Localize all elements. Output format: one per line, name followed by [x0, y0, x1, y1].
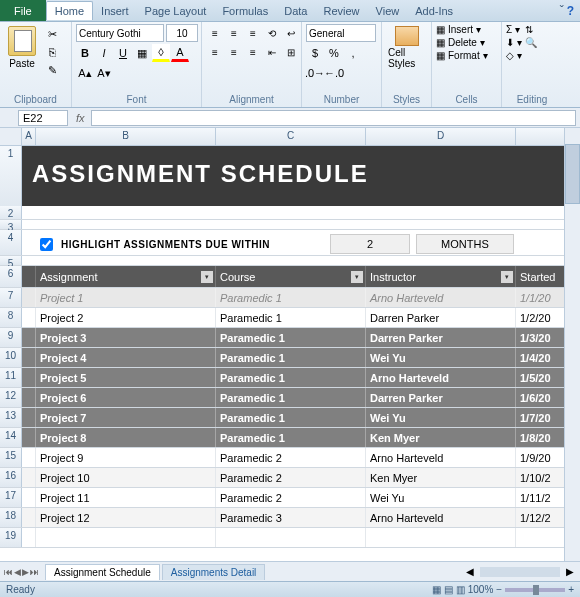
cell-assignment[interactable]: Project 1: [36, 288, 216, 307]
normal-view-icon[interactable]: ▦: [432, 584, 441, 595]
tab-review[interactable]: Review: [315, 2, 367, 20]
cell-assignment[interactable]: Project 10: [36, 468, 216, 487]
align-bottom-icon[interactable]: ≡: [244, 24, 262, 42]
row-header-5[interactable]: 5: [0, 256, 22, 265]
row-header[interactable]: 12: [0, 388, 22, 407]
cell-instructor[interactable]: Arno Harteveld: [366, 288, 516, 307]
cell-course[interactable]: Paramedic 1: [216, 308, 366, 327]
decrease-font-icon[interactable]: A▾: [95, 64, 113, 82]
table-row[interactable]: 13Project 7Paramedic 1Wei Yu1/7/20: [0, 408, 580, 428]
tab-data[interactable]: Data: [276, 2, 315, 20]
row-header-19[interactable]: 19: [0, 528, 22, 547]
col-header-b[interactable]: B: [36, 128, 216, 145]
cell-instructor[interactable]: Ken Myer: [366, 468, 516, 487]
table-row[interactable]: 14Project 8Paramedic 1Ken Myer1/8/20: [0, 428, 580, 448]
tab-nav-prev-icon[interactable]: ◀: [14, 567, 21, 577]
th-course[interactable]: Course▾: [216, 266, 366, 287]
table-row[interactable]: 18Project 12Paramedic 3Arno Harteveld1/1…: [0, 508, 580, 528]
cell-course[interactable]: Paramedic 1: [216, 428, 366, 447]
name-box[interactable]: [18, 110, 68, 126]
font-color-button[interactable]: A: [171, 44, 189, 62]
table-row[interactable]: 15Project 9Paramedic 2Arno Harteveld1/9/…: [0, 448, 580, 468]
cell-instructor[interactable]: Darren Parker: [366, 388, 516, 407]
hscroll-right-icon[interactable]: ▶: [566, 566, 574, 577]
cell-course[interactable]: Paramedic 1: [216, 348, 366, 367]
cell-instructor[interactable]: Wei Yu: [366, 408, 516, 427]
row-header-2[interactable]: 2: [0, 206, 22, 219]
format-painter-icon[interactable]: ✎: [43, 62, 61, 78]
row-header[interactable]: 16: [0, 468, 22, 487]
table-row[interactable]: 8Project 2Paramedic 1Darren Parker1/2/20: [0, 308, 580, 328]
find-select-button[interactable]: 🔍: [525, 37, 537, 48]
cell-assignment[interactable]: Project 3: [36, 328, 216, 347]
zoom-in-icon[interactable]: +: [568, 584, 574, 595]
cut-icon[interactable]: ✂: [43, 26, 61, 42]
table-row[interactable]: 17Project 11Paramedic 2Wei Yu1/11/2: [0, 488, 580, 508]
page-break-view-icon[interactable]: ▥: [456, 584, 465, 595]
comma-icon[interactable]: ,: [344, 44, 362, 62]
align-middle-icon[interactable]: ≡: [225, 24, 243, 42]
font-name-select[interactable]: [76, 24, 164, 42]
underline-button[interactable]: U: [114, 44, 132, 62]
tab-nav-last-icon[interactable]: ⏭: [30, 567, 39, 577]
merge-icon[interactable]: ⊞: [282, 43, 300, 61]
cell-instructor[interactable]: Arno Harteveld: [366, 508, 516, 527]
th-assignment[interactable]: Assignment▾: [36, 266, 216, 287]
insert-cells-button[interactable]: ▦Insert ▾: [436, 24, 488, 35]
zoom-slider[interactable]: [505, 588, 565, 592]
autosum-button[interactable]: Σ ▾: [506, 24, 522, 35]
cell-instructor[interactable]: Darren Parker: [366, 308, 516, 327]
cell-assignment[interactable]: Project 12: [36, 508, 216, 527]
tab-addins[interactable]: Add-Ins: [407, 2, 461, 20]
row-header-6[interactable]: 6: [0, 266, 22, 287]
sort-filter-button[interactable]: ⇅: [525, 24, 537, 35]
cell-instructor[interactable]: Wei Yu: [366, 488, 516, 507]
currency-icon[interactable]: $: [306, 44, 324, 62]
table-row[interactable]: 16Project 10Paramedic 2Ken Myer1/10/2: [0, 468, 580, 488]
bold-button[interactable]: B: [76, 44, 94, 62]
cell-course[interactable]: Paramedic 2: [216, 488, 366, 507]
row-header-3[interactable]: 3: [0, 220, 22, 229]
hscroll-track[interactable]: [480, 567, 560, 577]
table-row[interactable]: 9Project 3Paramedic 1Darren Parker1/3/20: [0, 328, 580, 348]
cell-assignment[interactable]: Project 5: [36, 368, 216, 387]
row-header[interactable]: 17: [0, 488, 22, 507]
cell-styles-button[interactable]: Cell Styles: [386, 24, 427, 71]
decrease-decimal-icon[interactable]: ←.0: [325, 64, 343, 82]
row-header[interactable]: 13: [0, 408, 22, 427]
filter-icon[interactable]: ▾: [201, 271, 213, 283]
cell-assignment[interactable]: Project 11: [36, 488, 216, 507]
row-header[interactable]: 11: [0, 368, 22, 387]
zoom-out-icon[interactable]: −: [496, 584, 502, 595]
row-header-1[interactable]: 1: [0, 146, 22, 206]
tab-nav-first-icon[interactable]: ⏮: [4, 567, 13, 577]
cell-course[interactable]: Paramedic 1: [216, 368, 366, 387]
border-button[interactable]: ▦: [133, 44, 151, 62]
row-header[interactable]: 7: [0, 288, 22, 307]
font-size-select[interactable]: [166, 24, 198, 42]
tab-home[interactable]: Home: [46, 1, 93, 20]
select-all-corner[interactable]: [0, 128, 22, 145]
table-row[interactable]: 11Project 5Paramedic 1Arno Harteveld1/5/…: [0, 368, 580, 388]
sheet-tab-active[interactable]: Assignment Schedule: [45, 564, 160, 580]
align-center-icon[interactable]: ≡: [225, 43, 243, 61]
col-header-a[interactable]: A: [22, 128, 36, 145]
fill-button[interactable]: ⬇ ▾: [506, 37, 522, 48]
zoom-level[interactable]: 100%: [468, 584, 494, 595]
minimize-ribbon-icon[interactable]: ˇ: [560, 4, 564, 18]
cell-instructor[interactable]: Darren Parker: [366, 328, 516, 347]
tab-view[interactable]: View: [368, 2, 408, 20]
cell-instructor[interactable]: Arno Harteveld: [366, 368, 516, 387]
row-header[interactable]: 14: [0, 428, 22, 447]
table-row[interactable]: 10Project 4Paramedic 1Wei Yu1/4/20: [0, 348, 580, 368]
clear-button[interactable]: ◇ ▾: [506, 50, 522, 61]
row-header[interactable]: 8: [0, 308, 22, 327]
help-icon[interactable]: ?: [567, 4, 574, 18]
cell-assignment[interactable]: Project 6: [36, 388, 216, 407]
row-header[interactable]: 10: [0, 348, 22, 367]
cell-course[interactable]: Paramedic 3: [216, 508, 366, 527]
tab-insert[interactable]: Insert: [93, 2, 137, 20]
copy-icon[interactable]: ⎘: [43, 44, 61, 60]
vertical-scrollbar[interactable]: [564, 128, 580, 561]
th-instructor[interactable]: Instructor▾: [366, 266, 516, 287]
